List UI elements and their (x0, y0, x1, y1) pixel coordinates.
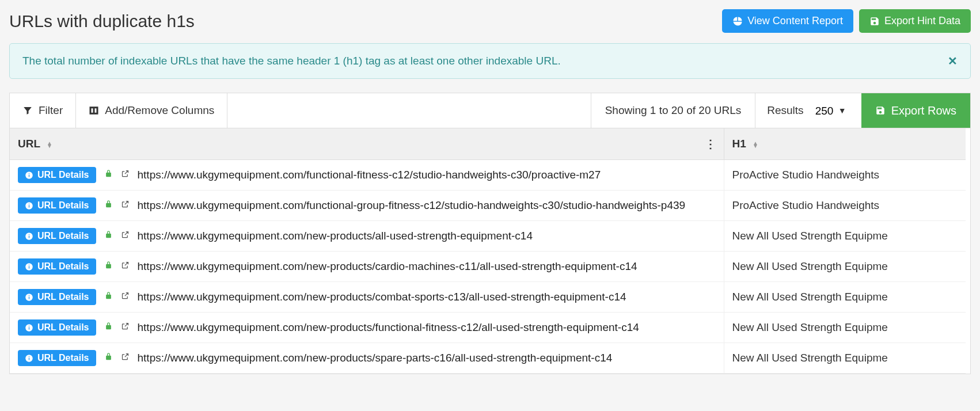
info-icon (25, 201, 33, 210)
info-icon (25, 354, 33, 363)
table-row: URL Details https://www.ukgymequipment.c… (10, 191, 966, 221)
url-details-button[interactable]: URL Details (18, 319, 96, 336)
h1-text: ProActive Studio Handweights (724, 191, 966, 221)
svg-rect-14 (29, 295, 29, 295)
url-details-label: URL Details (37, 353, 89, 363)
lock-icon (104, 291, 113, 303)
save-icon (869, 16, 880, 26)
external-link-icon[interactable] (121, 169, 130, 181)
table-row: URL Details https://www.ukgymequipment.c… (10, 221, 966, 252)
url-details-label: URL Details (37, 292, 89, 302)
svg-rect-11 (29, 264, 29, 265)
column-header-url[interactable]: URL ▲▼ ⋮ (10, 128, 724, 160)
table-row: URL Details https://www.ukgymequipment.c… (10, 343, 966, 374)
results-table: URL ▲▼ ⋮ H1 ▲▼ URL Details (10, 128, 966, 374)
info-icon (25, 232, 33, 241)
url-details-button[interactable]: URL Details (18, 197, 96, 214)
table-row: URL Details https://www.ukgymequipment.c… (10, 160, 966, 191)
svg-rect-2 (29, 173, 29, 173)
url-details-button[interactable]: URL Details (18, 289, 96, 305)
external-link-icon[interactable] (121, 352, 130, 364)
filter-icon (22, 105, 33, 116)
export-hint-data-button[interactable]: Export Hint Data (859, 9, 971, 33)
lock-icon (104, 322, 113, 333)
view-content-report-label: View Content Report (747, 15, 843, 27)
lock-icon (104, 230, 113, 242)
h1-text: New All Used Strength Equipme (724, 343, 966, 374)
external-link-icon[interactable] (121, 200, 130, 211)
h1-text: New All Used Strength Equipme (724, 313, 966, 343)
showing-count: Showing 1 to 20 of 20 URLs (591, 93, 756, 128)
svg-rect-16 (29, 327, 29, 329)
svg-rect-20 (29, 356, 29, 356)
page-title: URLs with duplicate h1s (9, 12, 195, 31)
add-remove-columns-label: Add/Remove Columns (105, 104, 214, 117)
url-details-label: URL Details (37, 261, 89, 272)
table-row: URL Details https://www.ukgymequipment.c… (10, 313, 966, 343)
url-details-label: URL Details (37, 170, 89, 180)
url-details-label: URL Details (37, 231, 89, 241)
lock-icon (104, 352, 113, 364)
external-link-icon[interactable] (121, 230, 130, 242)
url-text: https://www.ukgymequipment.com/new-produ… (138, 321, 639, 334)
export-hint-data-label: Export Hint Data (884, 15, 960, 27)
export-icon (875, 105, 886, 116)
url-details-label: URL Details (37, 322, 89, 333)
filter-label: Filter (39, 104, 63, 117)
url-text: https://www.ukgymequipment.com/new-produ… (138, 291, 626, 303)
svg-rect-8 (29, 234, 29, 234)
url-text: https://www.ukgymequipment.com/new-produ… (138, 260, 637, 273)
results-select[interactable]: 250 (812, 102, 850, 119)
svg-rect-17 (29, 325, 29, 326)
svg-rect-4 (29, 205, 29, 207)
h1-text: New All Used Strength Equipme (724, 221, 966, 252)
export-rows-button[interactable]: Export Rows (861, 93, 970, 128)
url-details-button[interactable]: URL Details (18, 228, 96, 244)
external-link-icon[interactable] (121, 291, 130, 303)
url-details-button[interactable]: URL Details (18, 350, 96, 366)
svg-rect-7 (29, 235, 29, 238)
column-header-url-label: URL (18, 138, 40, 150)
column-menu-icon[interactable]: ⋮ (705, 137, 716, 151)
svg-rect-13 (29, 296, 29, 299)
columns-icon (89, 105, 99, 116)
svg-rect-19 (29, 357, 29, 360)
pie-chart-icon (732, 16, 743, 26)
filter-button[interactable]: Filter (10, 93, 76, 128)
info-icon (25, 324, 33, 332)
external-link-icon[interactable] (121, 322, 130, 333)
view-content-report-button[interactable]: View Content Report (722, 9, 853, 33)
svg-rect-5 (29, 203, 29, 204)
table-row: URL Details https://www.ukgymequipment.c… (10, 282, 966, 313)
h1-text: ProActive Studio Handweights (724, 160, 966, 191)
table-row: URL Details https://www.ukgymequipment.c… (10, 252, 966, 282)
svg-rect-1 (29, 174, 29, 177)
info-banner-text: The total number of indexable URLs that … (22, 55, 561, 67)
export-rows-label: Export Rows (891, 104, 956, 117)
info-icon (25, 171, 33, 180)
column-header-h1[interactable]: H1 ▲▼ (724, 128, 966, 160)
info-icon (25, 262, 33, 271)
url-details-button[interactable]: URL Details (18, 258, 96, 275)
results-label: Results (767, 104, 803, 117)
column-header-h1-label: H1 (732, 138, 746, 150)
url-text: https://www.ukgymequipment.com/new-produ… (138, 352, 613, 364)
url-text: https://www.ukgymequipment.com/functiona… (138, 199, 686, 212)
add-remove-columns-button[interactable]: Add/Remove Columns (76, 93, 227, 128)
info-icon (25, 293, 33, 302)
table-toolbar: Filter Add/Remove Columns Showing 1 to 2… (9, 93, 971, 128)
url-text: https://www.ukgymequipment.com/functiona… (138, 169, 601, 181)
url-details-label: URL Details (37, 200, 89, 211)
h1-text: New All Used Strength Equipme (724, 282, 966, 313)
sort-icon: ▲▼ (753, 142, 758, 147)
url-details-button[interactable]: URL Details (18, 167, 96, 183)
external-link-icon[interactable] (121, 261, 130, 272)
url-text: https://www.ukgymequipment.com/new-produ… (138, 230, 533, 242)
info-banner: The total number of indexable URLs that … (9, 43, 971, 79)
sort-icon: ▲▼ (47, 142, 52, 147)
close-icon[interactable]: ✕ (948, 54, 958, 68)
lock-icon (104, 169, 113, 181)
lock-icon (104, 200, 113, 211)
lock-icon (104, 261, 113, 272)
h1-text: New All Used Strength Equipme (724, 252, 966, 282)
